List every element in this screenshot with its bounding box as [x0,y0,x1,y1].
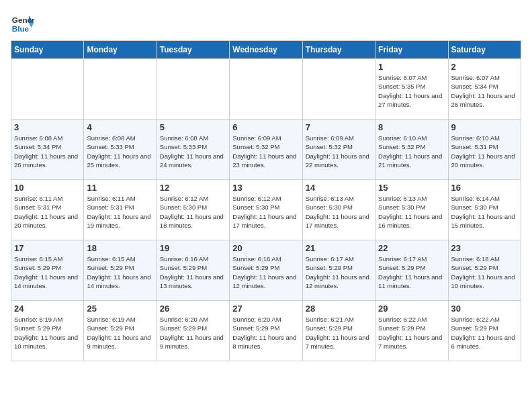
day-number: 28 [306,304,372,314]
calendar-day: 12Sunrise: 6:12 AM Sunset: 5:30 PM Dayli… [157,180,229,240]
day-info: Sunrise: 6:07 AM Sunset: 5:35 PM Dayligh… [378,73,445,109]
calendar-day: 25Sunrise: 6:19 AM Sunset: 5:29 PM Dayli… [84,301,157,361]
day-info: Sunrise: 6:20 AM Sunset: 5:29 PM Dayligh… [160,315,226,351]
day-number: 19 [160,243,226,253]
calendar-day: 7Sunrise: 6:09 AM Sunset: 5:32 PM Daylig… [302,120,375,180]
day-info: Sunrise: 6:10 AM Sunset: 5:31 PM Dayligh… [451,134,518,169]
calendar-week-5: 24Sunrise: 6:19 AM Sunset: 5:29 PM Dayli… [11,301,521,361]
calendar-day: 24Sunrise: 6:19 AM Sunset: 5:29 PM Dayli… [11,301,84,361]
day-number: 16 [451,183,518,193]
calendar-day: 9Sunrise: 6:10 AM Sunset: 5:31 PM Daylig… [448,120,521,180]
calendar-day: 17Sunrise: 6:15 AM Sunset: 5:29 PM Dayli… [11,240,84,301]
calendar-day [84,59,157,120]
day-number: 7 [306,122,372,132]
day-info: Sunrise: 6:19 AM Sunset: 5:29 PM Dayligh… [87,315,153,351]
calendar-day: 23Sunrise: 6:18 AM Sunset: 5:29 PM Dayli… [448,240,521,301]
calendar-day: 15Sunrise: 6:13 AM Sunset: 5:30 PM Dayli… [375,180,448,240]
calendar-day: 16Sunrise: 6:14 AM Sunset: 5:30 PM Dayli… [448,180,521,240]
day-number: 17 [14,243,81,253]
day-info: Sunrise: 6:15 AM Sunset: 5:29 PM Dayligh… [87,255,153,290]
calendar-day: 6Sunrise: 6:09 AM Sunset: 5:32 PM Daylig… [230,120,302,180]
calendar-week-3: 10Sunrise: 6:11 AM Sunset: 5:31 PM Dayli… [11,180,521,240]
day-info: Sunrise: 6:07 AM Sunset: 5:34 PM Dayligh… [451,73,518,109]
col-header-saturday: Saturday [448,41,521,59]
calendar-day: 21Sunrise: 6:17 AM Sunset: 5:29 PM Dayli… [302,240,375,301]
day-number: 27 [232,304,299,314]
day-info: Sunrise: 6:15 AM Sunset: 5:29 PM Dayligh… [14,255,81,290]
calendar-day [11,59,84,120]
calendar-day: 3Sunrise: 6:08 AM Sunset: 5:34 PM Daylig… [11,120,84,180]
day-info: Sunrise: 6:11 AM Sunset: 5:31 PM Dayligh… [87,194,153,230]
day-number: 5 [160,122,226,132]
calendar-day: 28Sunrise: 6:21 AM Sunset: 5:29 PM Dayli… [302,301,375,361]
day-info: Sunrise: 6:12 AM Sunset: 5:30 PM Dayligh… [232,194,299,230]
calendar-day: 4Sunrise: 6:08 AM Sunset: 5:33 PM Daylig… [84,120,157,180]
calendar-day: 8Sunrise: 6:10 AM Sunset: 5:32 PM Daylig… [375,120,448,180]
day-info: Sunrise: 6:16 AM Sunset: 5:29 PM Dayligh… [160,255,226,290]
day-info: Sunrise: 6:22 AM Sunset: 5:29 PM Dayligh… [451,315,518,351]
day-number: 23 [451,243,518,253]
calendar-week-4: 17Sunrise: 6:15 AM Sunset: 5:29 PM Dayli… [11,240,521,301]
day-info: Sunrise: 6:08 AM Sunset: 5:33 PM Dayligh… [87,134,153,169]
col-header-monday: Monday [84,41,157,59]
calendar-day: 14Sunrise: 6:13 AM Sunset: 5:30 PM Dayli… [302,180,375,240]
calendar-day: 27Sunrise: 6:20 AM Sunset: 5:29 PM Dayli… [230,301,302,361]
day-number: 25 [87,304,153,314]
day-info: Sunrise: 6:13 AM Sunset: 5:30 PM Dayligh… [306,194,372,230]
day-info: Sunrise: 6:19 AM Sunset: 5:29 PM Dayligh… [14,315,81,351]
day-info: Sunrise: 6:12 AM Sunset: 5:30 PM Dayligh… [160,194,226,230]
calendar-week-1: 1Sunrise: 6:07 AM Sunset: 5:35 PM Daylig… [11,59,521,120]
day-number: 13 [232,183,299,193]
day-number: 4 [87,122,153,132]
calendar-day [302,59,375,120]
logo: General Blue [11,11,35,35]
calendar-day: 26Sunrise: 6:20 AM Sunset: 5:29 PM Dayli… [157,301,229,361]
col-header-tuesday: Tuesday [157,41,229,59]
day-info: Sunrise: 6:09 AM Sunset: 5:32 PM Dayligh… [306,134,372,169]
day-number: 1 [378,62,445,72]
calendar-day: 1Sunrise: 6:07 AM Sunset: 5:35 PM Daylig… [375,59,448,120]
calendar-day: 2Sunrise: 6:07 AM Sunset: 5:34 PM Daylig… [448,59,521,120]
day-info: Sunrise: 6:17 AM Sunset: 5:29 PM Dayligh… [306,255,372,290]
svg-text:Blue: Blue [12,24,30,33]
day-info: Sunrise: 6:18 AM Sunset: 5:29 PM Dayligh… [451,255,518,290]
day-number: 21 [306,243,372,253]
day-info: Sunrise: 6:10 AM Sunset: 5:32 PM Dayligh… [378,134,445,169]
day-number: 26 [160,304,226,314]
calendar-day [230,59,302,120]
svg-marker-3 [29,23,34,28]
calendar-day: 29Sunrise: 6:22 AM Sunset: 5:29 PM Dayli… [375,301,448,361]
day-info: Sunrise: 6:21 AM Sunset: 5:29 PM Dayligh… [306,315,372,351]
page-header: General Blue [11,11,521,35]
day-number: 11 [87,183,153,193]
calendar-day: 30Sunrise: 6:22 AM Sunset: 5:29 PM Dayli… [448,301,521,361]
day-info: Sunrise: 6:17 AM Sunset: 5:29 PM Dayligh… [378,255,445,290]
calendar-day [157,59,229,120]
day-number: 30 [451,304,518,314]
calendar-day: 22Sunrise: 6:17 AM Sunset: 5:29 PM Dayli… [375,240,448,301]
calendar-day: 20Sunrise: 6:16 AM Sunset: 5:29 PM Dayli… [230,240,302,301]
day-info: Sunrise: 6:14 AM Sunset: 5:30 PM Dayligh… [451,194,518,230]
day-info: Sunrise: 6:20 AM Sunset: 5:29 PM Dayligh… [232,315,299,351]
day-number: 20 [232,243,299,253]
day-number: 6 [232,122,299,132]
day-number: 15 [378,183,445,193]
calendar-day: 13Sunrise: 6:12 AM Sunset: 5:30 PM Dayli… [230,180,302,240]
col-header-friday: Friday [375,41,448,59]
calendar-day: 10Sunrise: 6:11 AM Sunset: 5:31 PM Dayli… [11,180,84,240]
day-number: 12 [160,183,226,193]
calendar-week-2: 3Sunrise: 6:08 AM Sunset: 5:34 PM Daylig… [11,120,521,180]
day-number: 2 [451,62,518,72]
calendar-day: 11Sunrise: 6:11 AM Sunset: 5:31 PM Dayli… [84,180,157,240]
day-info: Sunrise: 6:22 AM Sunset: 5:29 PM Dayligh… [378,315,445,351]
day-number: 29 [378,304,445,314]
calendar-header: SundayMondayTuesdayWednesdayThursdayFrid… [11,41,521,59]
calendar-day: 19Sunrise: 6:16 AM Sunset: 5:29 PM Dayli… [157,240,229,301]
day-info: Sunrise: 6:16 AM Sunset: 5:29 PM Dayligh… [232,255,299,290]
day-info: Sunrise: 6:13 AM Sunset: 5:30 PM Dayligh… [378,194,445,230]
day-number: 24 [14,304,81,314]
day-info: Sunrise: 6:08 AM Sunset: 5:33 PM Dayligh… [160,134,226,169]
day-number: 10 [14,183,81,193]
day-number: 14 [306,183,372,193]
day-number: 9 [451,122,518,132]
